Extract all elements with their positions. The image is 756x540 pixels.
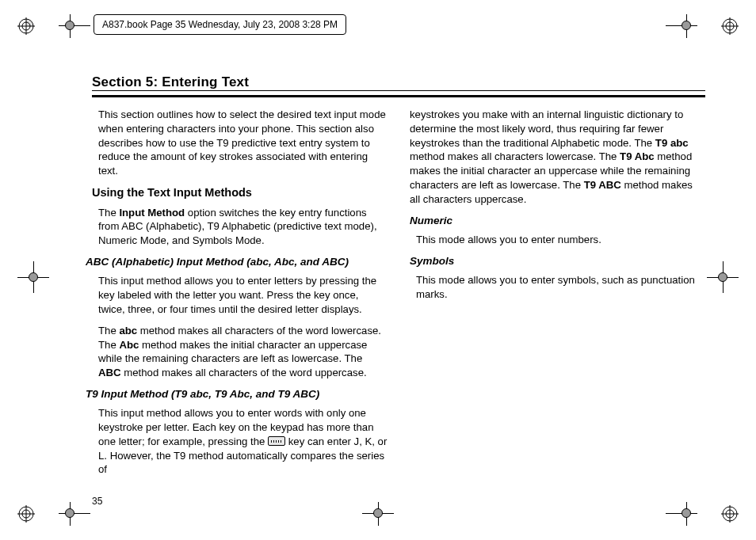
- crop-mark-icon: [17, 261, 49, 293]
- heading-t9-method: T9 Input Method (T9 abc, T9 Abc, and T9 …: [86, 387, 388, 401]
- t9-paragraph-1: This input method allows you to enter wo…: [98, 406, 388, 477]
- column-left: This section outlines how to select the …: [92, 108, 388, 492]
- crop-mark-icon: [362, 502, 394, 526]
- heading-numeric: Numeric: [410, 214, 705, 228]
- rule-thin: [92, 90, 705, 91]
- symbols-paragraph: This mode allows you to enter symbols, s…: [416, 273, 705, 302]
- registration-mark-icon: [721, 17, 739, 35]
- crop-mark-icon: [707, 261, 739, 293]
- methods-paragraph: The Input Method option switches the key…: [98, 206, 388, 248]
- body-columns: This section outlines how to select the …: [92, 108, 705, 492]
- crop-mark-icon: [666, 502, 697, 526]
- column-right: keystrokes you make with an internal lin…: [410, 108, 705, 492]
- heading-abc-method: ABC (Alphabetic) Input Method (abc, Abc,…: [86, 255, 388, 269]
- intro-paragraph: This section outlines how to select the …: [98, 108, 388, 178]
- section-title: Section 5: Entering Text: [92, 74, 249, 90]
- page-tag-wrap: A837.book Page 35 Wednesday, July 23, 20…: [59, 14, 697, 38]
- t9-continuation: keystrokes you make with an internal lin…: [410, 108, 705, 207]
- page-number: 35: [92, 496, 102, 507]
- registration-mark-icon: [17, 17, 35, 35]
- crop-mark-icon: [59, 502, 90, 526]
- registration-mark-icon: [17, 505, 35, 523]
- rule-thick: [92, 95, 705, 97]
- heading-using-methods: Using the Text Input Methods: [92, 185, 388, 201]
- page-tag: A837.book Page 35 Wednesday, July 23, 20…: [94, 14, 346, 35]
- abc-paragraph-2: The abc method makes all characters of t…: [98, 324, 388, 380]
- keypad-key-icon: [268, 436, 285, 446]
- heading-symbols: Symbols: [410, 254, 705, 268]
- registration-mark-icon: [721, 505, 739, 523]
- numeric-paragraph: This mode allows you to enter numbers.: [416, 233, 705, 247]
- abc-paragraph-1: This input method allows you to enter le…: [98, 274, 388, 316]
